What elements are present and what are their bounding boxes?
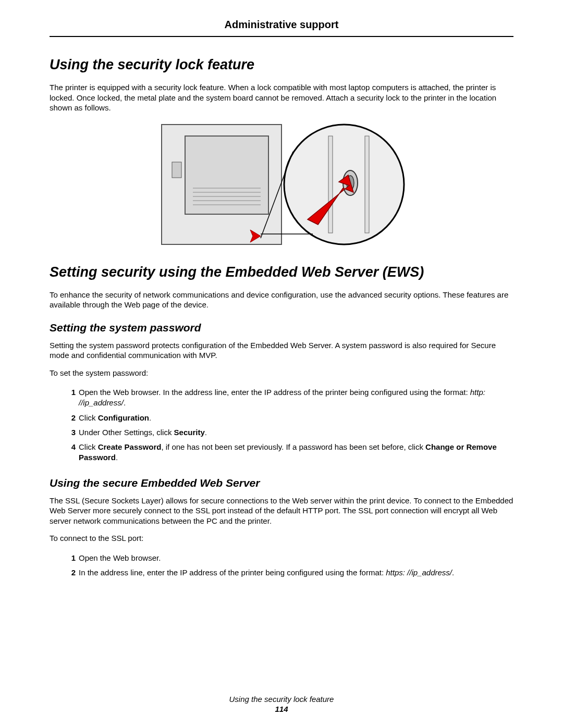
section2-paragraph: To enhance the security of network commu… [50,290,513,310]
page-header: Administrative support [50,19,513,37]
svg-rect-13 [365,136,369,233]
step-text: . [124,398,126,407]
section-heading-ews: Setting security using the Embedded Web … [50,264,513,280]
page-footer: Using the security lock feature 114 [0,695,563,713]
sub1-intro: To set the system password: [50,368,513,378]
step-url: https: //ip_address/ [386,568,452,577]
step-text: . [149,413,151,422]
step-text: . [205,428,207,437]
sub2-intro: To connect to the SSL port: [50,533,513,544]
password-step-1: Open the Web browser. In the address lin… [50,385,513,411]
sub2-paragraph: The SSL (Secure Sockets Layer) allows fo… [50,496,513,526]
step-text: Open the Web browser. [79,553,161,562]
password-step-3: Under Other Settings, click Security. [50,425,513,440]
step-bold: Configuration [98,413,149,422]
step-bold: Create Password [98,442,162,451]
svg-rect-7 [172,162,181,178]
sub1-paragraph: Setting the system password protects con… [50,340,513,361]
password-step-4: Click Create Password, if one has not be… [50,440,513,465]
footer-caption: Using the security lock feature [229,695,334,704]
ssl-step-2: In the address line, enter the IP addres… [50,565,513,580]
security-lock-figure [50,120,513,251]
ssl-step-1: Open the Web browser. [50,551,513,565]
step-text: Under Other Settings, click [79,428,174,437]
step-text: , if one has not been set previously. If… [161,442,425,451]
step-bold: Security [174,428,205,437]
step-text: . [452,568,454,577]
svg-rect-12 [328,136,333,233]
step-text: Click [79,442,98,451]
printer-lock-diagram [156,120,407,249]
subsection-heading-password: Setting the system password [50,322,513,334]
step-text: In the address line, enter the IP addres… [79,568,386,577]
password-steps: Open the Web browser. In the address lin… [50,385,513,465]
svg-rect-1 [185,136,268,214]
step-text: . [116,453,118,462]
step-text: Open the Web browser. In the address lin… [79,388,470,397]
password-step-2: Click Configuration. [50,411,513,425]
subsection-heading-secure-ews: Using the secure Embedded Web Server [50,477,513,489]
step-text: Click [79,413,98,422]
section-heading-security-lock: Using the security lock feature [50,57,513,73]
section1-paragraph: The printer is equipped with a security … [50,82,513,113]
ssl-steps: Open the Web browser. In the address lin… [50,551,513,581]
page-number: 114 [0,705,563,713]
